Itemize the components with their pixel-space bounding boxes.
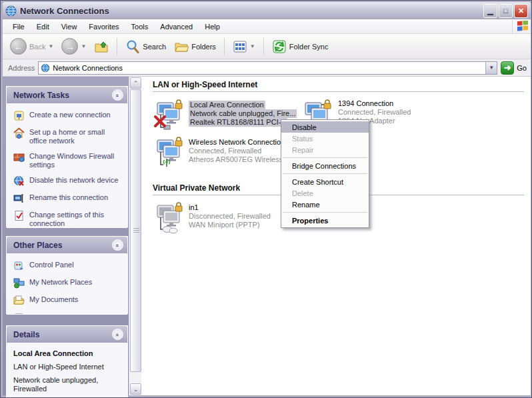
disable-device-icon: [13, 175, 25, 187]
folder-sync-button[interactable]: Folder Sync: [269, 37, 332, 56]
back-button[interactable]: ← Back ▼: [7, 36, 57, 57]
folders-icon: [174, 39, 189, 54]
menu-tools[interactable]: Tools: [125, 21, 155, 33]
home-network-icon: [13, 127, 25, 139]
task-change-connection-settings[interactable]: Change settings of this connection: [13, 210, 123, 228]
scroll-down-icon[interactable]: ⌄: [130, 383, 141, 395]
connection-device: WAN Miniport (PPTP): [189, 221, 260, 229]
new-connection-icon: [13, 110, 25, 121]
menu-bar: File Edit View Favorites Tools Advanced …: [3, 19, 531, 34]
close-button[interactable]: ✕: [514, 4, 528, 18]
folder-up-icon: [94, 39, 109, 54]
views-icon: [233, 39, 247, 54]
search-icon: [125, 39, 140, 54]
context-menu-properties[interactable]: Properties: [281, 215, 369, 226]
connection-name: in1: [189, 203, 199, 211]
views-dropdown-icon[interactable]: ▼: [250, 43, 255, 49]
control-panel-icon: [13, 260, 25, 271]
views-button[interactable]: ▼: [229, 37, 259, 56]
connection-name: Wireless Network Connection: [189, 138, 285, 146]
title-bar[interactable]: Network Connections ▁ □ ✕: [3, 2, 531, 19]
menu-edit[interactable]: Edit: [31, 21, 55, 33]
place-my-documents[interactable]: My Documents: [13, 295, 123, 306]
vpn-connection-icon: [153, 202, 185, 234]
back-dropdown-icon[interactable]: ▼: [48, 43, 53, 49]
details-header[interactable]: Details «: [7, 326, 127, 343]
context-menu-disable[interactable]: Disable: [281, 121, 369, 133]
menu-file[interactable]: File: [7, 21, 31, 33]
context-menu-separator: [283, 212, 367, 213]
address-value[interactable]: Network Connections: [53, 64, 483, 72]
other-places-panel: Other Places « Control Panel: [6, 236, 128, 315]
connection-status: Disconnected, Firewalled: [189, 212, 271, 220]
toolbar-separator: [117, 38, 117, 55]
toolbar: ← Back ▼ → ▼ Search Fol: [3, 34, 531, 59]
task-create-new-connection[interactable]: Create a new connection: [13, 110, 123, 121]
details-connection-status: Network cable unplugged, Firewalled: [13, 376, 121, 393]
context-menu-bridge-connections[interactable]: Bridge Connections: [281, 160, 369, 171]
chevron-up-icon[interactable]: «: [112, 329, 123, 340]
address-input[interactable]: Network Connections ▼: [38, 61, 497, 75]
menu-view[interactable]: View: [55, 21, 83, 33]
context-menu-create-shortcut[interactable]: Create Shortcut: [281, 176, 369, 187]
forward-icon: →: [61, 38, 78, 55]
back-icon: ←: [10, 38, 27, 55]
rename-icon: [13, 193, 25, 204]
folders-button[interactable]: Folders: [171, 37, 219, 56]
forward-dropdown-icon[interactable]: ▼: [81, 43, 86, 49]
address-bar: Address Network Connections ▼ ➜ Go: [3, 59, 531, 77]
place-my-network-places[interactable]: My Network Places: [13, 277, 123, 289]
chevron-up-icon[interactable]: «: [112, 89, 123, 101]
connection-local-area[interactable]: Local Area Connection Network cable unpl…: [153, 99, 297, 131]
chevron-up-icon[interactable]: «: [112, 239, 123, 251]
context-menu-separator: [283, 173, 367, 174]
place-my-computer[interactable]: My Computer: [13, 312, 123, 315]
toolbar-separator: [224, 38, 225, 55]
task-disable-network-device[interactable]: Disable this network device: [13, 175, 123, 187]
search-button[interactable]: Search: [122, 37, 169, 56]
task-rename-connection[interactable]: Rename this connection: [13, 193, 123, 204]
place-control-panel[interactable]: Control Panel: [13, 260, 123, 271]
network-tasks-header[interactable]: Network Tasks «: [7, 87, 127, 103]
go-label[interactable]: Go: [517, 64, 527, 72]
network-connections-window: Network Connections ▁ □ ✕ File Edit View…: [0, 0, 532, 398]
firewall-icon: [13, 151, 25, 163]
context-menu-repair: Repair: [281, 144, 369, 155]
task-setup-home-network[interactable]: Set up a home or small office network: [13, 127, 123, 145]
connection-name: 1394 Connection: [338, 99, 393, 107]
forward-button[interactable]: → ▼: [58, 36, 89, 57]
connection-status: Network cable unplugged, Fire...: [189, 109, 297, 118]
details-panel: Details « Local Area Connection LAN or H…: [6, 325, 128, 398]
wireless-connection-icon: [153, 137, 185, 169]
group-header-lan: LAN or High-Speed Internet: [153, 80, 524, 92]
window-title: Network Connections: [20, 6, 482, 16]
address-dropdown-icon[interactable]: ▼: [485, 62, 497, 74]
menu-help[interactable]: Help: [199, 21, 226, 33]
menu-advanced[interactable]: Advanced: [154, 21, 199, 33]
folder-sync-icon: [272, 39, 287, 54]
scrollbar-thumb[interactable]: [130, 89, 141, 372]
task-change-firewall-settings[interactable]: Change Windows Firewall settings: [13, 151, 123, 169]
connection-wireless[interactable]: Wireless Network Connection Connected, F…: [153, 137, 285, 169]
sidebar-scrollbar[interactable]: ⌃ ⌄: [129, 77, 141, 395]
windows-logo-icon: [512, 20, 529, 33]
details-connection-type: LAN or High-Speed Internet: [13, 363, 121, 371]
toolbar-separator: [263, 38, 264, 55]
up-button[interactable]: [91, 37, 112, 56]
context-menu-separator: [283, 157, 367, 158]
connection-name: Local Area Connection: [189, 101, 265, 109]
connection-device: Realtek RTL8168/8111 PCI-E: [189, 118, 287, 127]
minimize-button[interactable]: ▁: [483, 4, 497, 18]
local-area-connection-icon: [153, 99, 185, 131]
scroll-up-icon[interactable]: ⌃: [130, 77, 141, 89]
my-documents-icon: [13, 295, 25, 306]
menu-favorites[interactable]: Favorites: [83, 21, 125, 33]
context-menu-status: Status: [281, 133, 369, 144]
window-icon: [5, 5, 17, 17]
context-menu-rename[interactable]: Rename: [281, 199, 369, 210]
connection-vpn-in1[interactable]: in1 Disconnected, Firewalled WAN Minipor…: [153, 202, 271, 234]
go-button[interactable]: ➜: [501, 61, 514, 75]
context-menu: Disable Status Repair Bridge Connections…: [281, 119, 369, 228]
maximize-button[interactable]: □: [499, 4, 513, 18]
other-places-header[interactable]: Other Places «: [7, 237, 127, 253]
